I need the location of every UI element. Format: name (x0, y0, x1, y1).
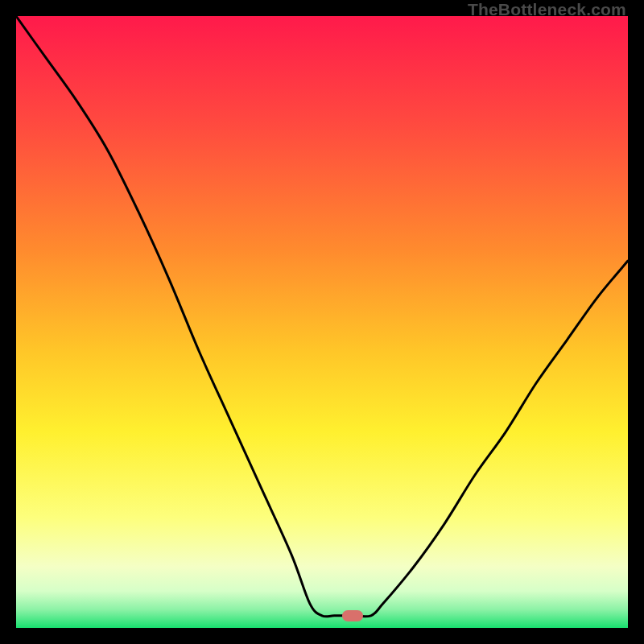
plot-svg (16, 16, 628, 628)
plot-area (16, 16, 628, 628)
optimal-marker (342, 610, 363, 621)
chart-frame: TheBottleneck.com (0, 0, 644, 644)
gradient-background (16, 16, 628, 628)
watermark-text: TheBottleneck.com (468, 0, 626, 19)
